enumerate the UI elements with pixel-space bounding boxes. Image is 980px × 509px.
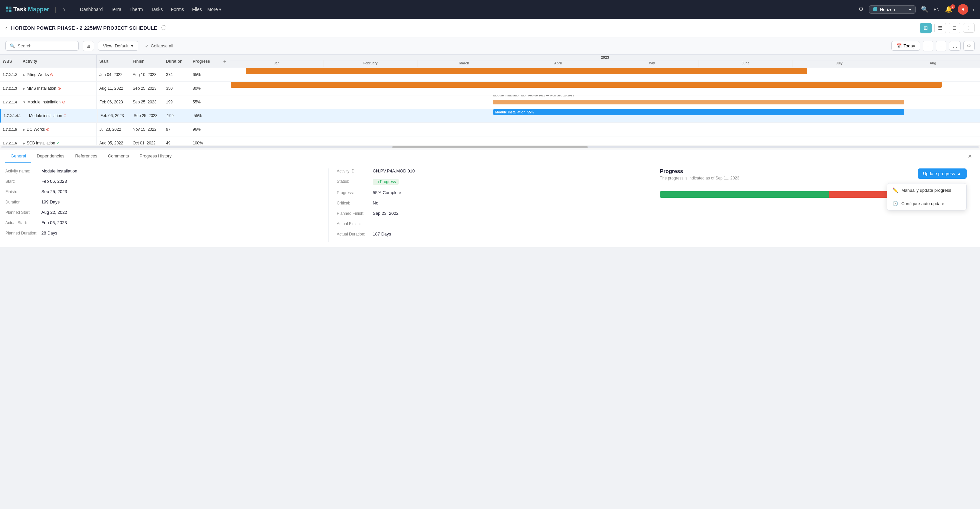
expand-icon[interactable]: ▶ [23,87,25,90]
user-avatar[interactable]: R [958,4,968,15]
month-mar: March [418,61,511,67]
search-box[interactable]: 🔍 [5,41,79,51]
user-chevron-icon[interactable]: ▾ [972,7,975,12]
logo[interactable]: TaskMapper [5,6,49,13]
col-header-finish: Finish [130,55,163,68]
settings-icon[interactable]: ⚙ [857,4,865,14]
table-row[interactable]: 1.7.2.1.6 ▶ SCB Installation ✓ Aug 05, 2… [0,136,980,145]
home-icon[interactable]: ⌂ [62,6,65,12]
cell-duration: 49 [163,136,190,145]
split-view-button[interactable]: ⊟ [949,23,960,34]
month-jul: July [793,61,886,67]
nav-forms[interactable]: Forms [168,5,187,13]
bottom-panel: General Dependencies References Comments… [0,149,980,247]
toolbar-right: 📅 Today − + ⛶ ⚙ [891,41,975,51]
detail-row-id: Activity ID: CN.PV.P4A.MOD.010 [337,168,643,174]
cell-wbs: 1.7.2.1.4.1 [1,109,21,123]
critical-label: Critical: [337,201,370,206]
progress-bar-green [660,191,829,198]
activity-name: SCB Installation [27,141,55,145]
table-row[interactable]: 1.7.2.1.2 ▶ Piling Works ⊙ Jun 04, 2022 … [0,68,980,82]
nav-more[interactable]: More ▾ [207,7,221,12]
bar-area [231,82,979,95]
update-progress-button[interactable]: Update progress ▲ [918,168,967,179]
close-panel-button[interactable]: ✕ [965,150,975,162]
gantt-settings-button[interactable]: ⚙ [963,41,975,51]
col-header-start: Start [97,55,130,68]
cell-duration: 97 [163,123,190,136]
zoom-in-button[interactable]: + [936,41,947,51]
more-options-button[interactable]: ⋮ [963,23,975,33]
nav-therm[interactable]: Therm [127,5,145,13]
cell-wbs: 1.7.2.1.5 [0,123,20,136]
search-icon[interactable]: 🔍 [920,4,930,14]
nav-more-label: More [207,7,218,12]
today-button[interactable]: 📅 Today [891,41,920,51]
cell-finish: Sep 25, 2023 [130,82,163,95]
expand-icon[interactable]: ▶ [23,73,25,77]
info-icon[interactable]: ⓘ [161,25,166,31]
tab-references[interactable]: References [70,150,102,163]
gantt-view-button[interactable]: ⊞ [920,23,932,34]
list-view-button[interactable]: ☰ [934,23,946,34]
actual-duration-label: Actual Duration: [337,231,370,236]
tab-dependencies[interactable]: Dependencies [31,150,70,163]
table-row[interactable]: 1.7.2.1.4.1 Module installation ⊙ Feb 06… [0,109,980,123]
configure-auto-update-item[interactable]: 🕐 Configure auto update [887,197,966,210]
tab-progress-history[interactable]: Progress History [134,150,177,163]
table-row[interactable]: 1.7.2.1.5 ▶ DC Works ⊙ Jul 23, 2022 Nov … [0,123,980,136]
collapse-label: Collapse all [151,43,173,48]
activity-name: Module installation [24,113,62,118]
nav-right: ⚙ Horizon ▾ 🔍 EN 🔔 1 R ▾ [857,4,975,15]
nav-terra[interactable]: Terra [108,5,124,13]
duration-value: 199 Days [41,199,60,204]
detail-row-critical: Critical: No [337,201,643,206]
workspace-dot [873,7,877,11]
notifications-button[interactable]: 🔔 1 [943,6,954,13]
month-may: May [605,61,698,67]
cell-progress: 65% [190,68,220,81]
nav-files[interactable]: Files [189,5,205,13]
start-label: Start: [5,179,39,184]
tab-comments[interactable]: Comments [103,150,134,163]
search-input[interactable] [18,43,71,48]
gantt-header: WBS Activity Start Finish Duration Progr… [0,55,980,68]
workspace-selector[interactable]: Horizon ▾ [869,5,916,14]
activity-name-value: Module installation [41,168,77,174]
progress-value: 55% Complete [373,190,401,195]
fullscreen-button[interactable]: ⛶ [949,41,961,51]
language-selector[interactable]: EN [934,7,940,12]
filter-button[interactable]: ⊞ [83,41,94,51]
detail-row-progress: Progress: 55% Complete [337,190,643,195]
nav-tasks[interactable]: Tasks [148,5,165,13]
nav-dashboard[interactable]: Dashboard [77,5,106,13]
scroll-thumb[interactable] [392,146,588,148]
detail-section-middle: Activity ID: CN.PV.P4A.MOD.010 Status: I… [328,168,651,242]
expand-icon[interactable]: ▶ [23,141,25,145]
horizontal-scrollbar[interactable] [0,145,980,149]
finish-value: Sep 25, 2023 [41,189,67,194]
expand-icon[interactable]: ▼ [23,101,26,104]
cell-bar [230,68,980,81]
detail-row-planned-finish: Planned Finish: Sep 23, 2022 [337,211,643,216]
status-label: Status: [337,179,370,184]
tab-general[interactable]: General [5,150,31,163]
view-selector[interactable]: View: Default ▾ [98,41,138,51]
expand-icon[interactable]: ▶ [23,128,25,131]
cell-extra [220,123,230,136]
add-column-button[interactable]: + [220,55,230,68]
cell-activity: ▶ Piling Works ⊙ [20,68,97,81]
bar-area [231,68,979,81]
manually-update-item[interactable]: ✏️ Manually update progress [887,183,966,197]
detail-row-status: Status: In Progress [337,179,643,185]
cell-duration: 374 [163,68,190,81]
configure-auto-label: Configure auto update [901,201,944,206]
collapse-all-button[interactable]: ⤢ Collapse all [142,41,176,50]
zoom-out-button[interactable]: − [923,41,933,51]
table-row[interactable]: 1.7.2.1.3 ▶ MMS Installation ⊙ Aug 11, 2… [0,82,980,96]
today-label: Today [904,43,915,48]
cell-progress: 80% [190,82,220,95]
calendar-icon: 📅 [896,43,902,48]
back-button[interactable]: ‹ [5,25,7,31]
table-row[interactable]: 1.7.2.1.4 ▼ Module Installation ⊙ Feb 06… [0,96,980,109]
